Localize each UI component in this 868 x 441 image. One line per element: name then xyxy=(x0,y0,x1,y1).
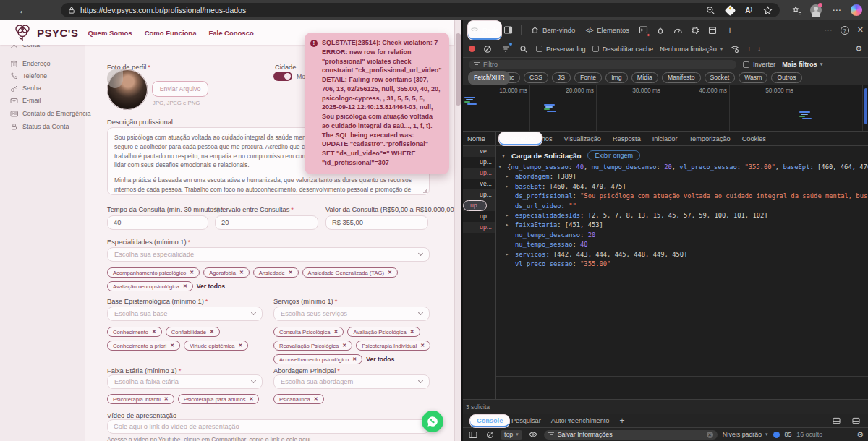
whatsapp-button[interactable] xyxy=(422,411,443,432)
throttling-dropdown[interactable]: Nenhuma limitação▾ xyxy=(660,46,723,53)
network-request-row[interactable]: up... xyxy=(463,222,495,233)
nav-link[interactable]: Quem Somos xyxy=(88,29,132,37)
network-request-row[interactable]: up... xyxy=(463,200,487,211)
devtools-close-icon[interactable]: ✕ xyxy=(857,25,864,35)
upload-file-button[interactable]: Enviar Arquivo xyxy=(152,81,208,97)
detail-tab-cookies[interactable]: Cookies xyxy=(736,132,772,146)
import-har-icon[interactable]: ↑ xyxy=(747,45,751,53)
detail-tab-conteúdo[interactable]: Conteúdo xyxy=(498,132,542,146)
more-filters-dropdown[interactable]: Mais filtros▾ xyxy=(782,61,822,68)
remove-chip-icon[interactable]: ✕ xyxy=(152,329,156,335)
caret-down-icon[interactable]: ▾ xyxy=(502,153,505,159)
copilot-icon[interactable] xyxy=(851,4,862,16)
remove-chip-icon[interactable]: ✕ xyxy=(352,356,357,362)
network-request-row[interactable]: ve... xyxy=(463,179,495,189)
eye-icon[interactable] xyxy=(527,429,539,440)
filter-icon[interactable] xyxy=(500,43,511,55)
collections-icon[interactable] xyxy=(790,0,804,20)
selected-option-chip[interactable]: Psicoterapia para adultos✕ xyxy=(178,394,260,404)
checkbox-icon[interactable] xyxy=(536,46,542,52)
network-request-row[interactable]: ve... xyxy=(463,146,495,157)
selected-option-chip[interactable]: Psicanalítica✕ xyxy=(273,394,324,404)
console-tab-console[interactable]: Console xyxy=(469,414,510,428)
selected-option-chip[interactable]: Conhecimento✕ xyxy=(107,327,162,337)
selected-option-chip[interactable]: Psicoterapia infantil✕ xyxy=(107,394,174,404)
zoom-out-icon[interactable] xyxy=(706,6,715,15)
selected-option-chip[interactable]: Psicoterapia Individual✕ xyxy=(356,341,430,351)
console-tool-icon[interactable] xyxy=(637,25,649,36)
remove-chip-icon[interactable]: ✕ xyxy=(210,329,214,335)
remove-chip-icon[interactable]: ✕ xyxy=(183,283,187,289)
remove-chip-icon[interactable]: ✕ xyxy=(314,396,318,402)
add-console-tab-icon[interactable]: + xyxy=(619,416,624,426)
caret-closed-icon[interactable]: ▸ xyxy=(506,220,509,230)
selected-option-chip[interactable]: Ansiedade✕ xyxy=(253,267,299,278)
network-filter-input[interactable]: Filtro xyxy=(469,60,736,69)
timeline-scrollbar[interactable] xyxy=(864,88,867,124)
clear-filter-icon[interactable]: ✕ xyxy=(707,432,713,438)
network-request-row[interactable]: up... xyxy=(463,189,495,200)
remove-chip-icon[interactable]: ✕ xyxy=(289,270,293,275)
remove-chip-icon[interactable]: ✕ xyxy=(410,329,414,335)
devtools-menu-icon[interactable]: ⋯ xyxy=(825,25,833,35)
help-icon[interactable]: ? xyxy=(841,26,849,35)
page-scrollbar[interactable] xyxy=(454,20,461,441)
console-filter-input[interactable]: Salvar Informações ✕ xyxy=(544,430,718,440)
type-filter-manifesto[interactable]: Manifesto xyxy=(662,72,701,82)
url-bar[interactable]: https://dev.psycs.com.br/profissional/me… xyxy=(61,3,780,17)
type-filter-fetchxhr[interactable]: Fetch/XHR xyxy=(468,71,510,85)
caret-closed-icon[interactable]: ▸ xyxy=(506,182,509,192)
log-levels-dropdown[interactable]: Níveis padrão▾ xyxy=(723,431,768,438)
nav-link[interactable]: Fale Conosco xyxy=(208,29,253,37)
sidebar-item-lock[interactable]: Status da Conta xyxy=(10,122,69,131)
network-conditions-icon[interactable] xyxy=(729,43,741,55)
payload-line[interactable]: ▸baseEpt: [460, 464, 470, 475] xyxy=(496,182,868,192)
type-filter-socket[interactable]: Socket xyxy=(705,72,736,82)
type-filter-outros[interactable]: Outros xyxy=(771,72,801,82)
console-settings-icon[interactable]: ⚙ xyxy=(856,431,864,439)
network-timeline[interactable]: 10.000 ms20.000 ms30.000 ms40.000 ms50.0… xyxy=(463,85,868,132)
ver-todos-link[interactable]: Ver todos xyxy=(197,283,225,290)
selected-option-chip[interactable]: Acompanhamento psicológico✕ xyxy=(107,267,200,278)
remove-chip-icon[interactable]: ✕ xyxy=(420,343,425,348)
network-request-row[interactable]: up... xyxy=(463,211,495,222)
interval-input[interactable] xyxy=(215,215,318,230)
selected-option-chip[interactable]: Virtude epistêmica✕ xyxy=(184,341,248,351)
console-tab-pesquisar[interactable]: Pesquisar xyxy=(511,414,541,428)
clear-icon[interactable] xyxy=(482,43,493,55)
type-filter-fonte[interactable]: Fonte xyxy=(574,72,602,82)
video-url-input[interactable] xyxy=(107,419,430,434)
selected-option-chip[interactable]: Avaliação Psicológica✕ xyxy=(347,327,420,337)
selected-option-chip[interactable]: Ansiedade Generalizada (TAG)✕ xyxy=(302,267,398,278)
type-filter-img[interactable]: Img xyxy=(605,72,627,82)
payload-line[interactable]: ▸servicos: [442, 443, 444, 445, 448, 449… xyxy=(496,250,868,260)
remove-chip-icon[interactable]: ✕ xyxy=(388,270,392,275)
invert-checkbox[interactable]: Inverter xyxy=(743,61,775,68)
network-settings-icon[interactable]: ⚙ xyxy=(855,45,862,53)
selected-option-chip[interactable]: Reavaliação Psicológica✕ xyxy=(273,341,352,351)
search-icon[interactable] xyxy=(518,43,529,55)
tab-bem-vindo[interactable]: Bem-vindo xyxy=(529,20,577,40)
browser-menu-icon[interactable]: ⋯ xyxy=(830,0,843,20)
error-toast[interactable]: ! SQLSTATE[23514]: Check violation: 7 ER… xyxy=(305,33,449,174)
console-tab-autopreenchimento[interactable]: AutoPreenchimento xyxy=(551,414,610,428)
selected-option-chip[interactable]: Avaliação neuropsicológica✕ xyxy=(107,281,193,291)
preserve-log-checkbox[interactable]: Preservar log xyxy=(536,46,586,53)
scrollbar-thumb[interactable] xyxy=(456,33,461,106)
refresh-icon[interactable] xyxy=(39,0,54,20)
payload-line[interactable]: ▸faixaEtaria: [451, 453] xyxy=(496,220,868,230)
selected-option-chip[interactable]: Consulta Psicológica✕ xyxy=(273,327,344,337)
remove-chip-icon[interactable]: ✕ xyxy=(334,329,339,335)
type-filter-mdia[interactable]: Mídia xyxy=(631,72,658,82)
caret-closed-icon[interactable]: ▸ xyxy=(506,211,509,220)
back-icon[interactable]: ← xyxy=(16,0,30,20)
more-tools-icon[interactable]: + xyxy=(724,25,736,36)
price-input[interactable] xyxy=(326,215,428,230)
name-column-header[interactable]: Nome xyxy=(463,132,495,146)
ver-todos-link[interactable]: Ver todos xyxy=(366,356,394,363)
remove-chip-icon[interactable]: ✕ xyxy=(239,270,244,275)
caret-open-icon[interactable]: ▾ xyxy=(498,163,501,172)
sidebar-item-id-card[interactable]: Contato de Emergência xyxy=(10,109,91,118)
context-selector[interactable]: top▾ xyxy=(501,430,522,440)
dock-drawer-icon[interactable] xyxy=(830,415,842,427)
